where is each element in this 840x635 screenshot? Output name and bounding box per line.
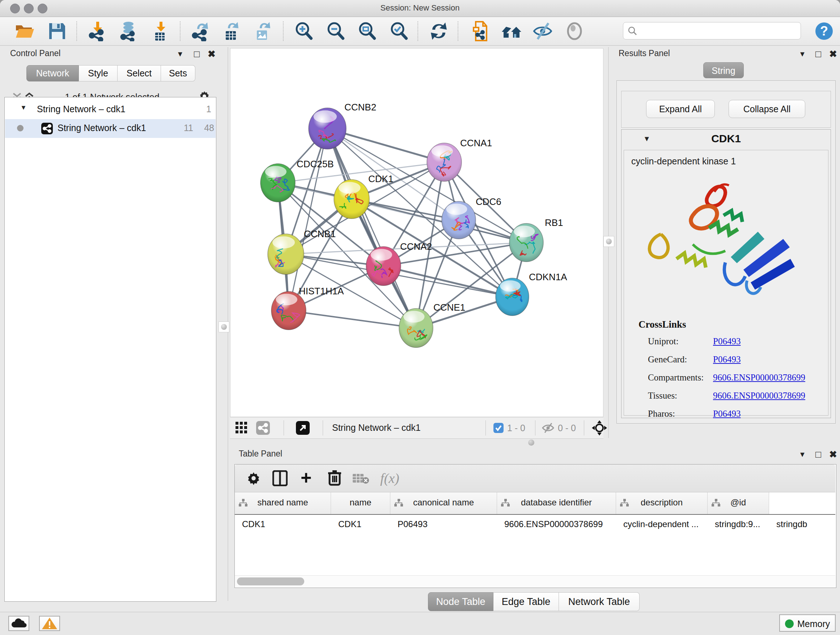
toolbar-separator [535, 420, 535, 435]
network-node-ccnb1[interactable]: CCNB1 [268, 228, 336, 274]
create-column-icon[interactable]: + [301, 470, 311, 486]
zoom-in-icon[interactable] [294, 21, 314, 41]
control-panel-menu-icon[interactable]: ▼ [177, 50, 184, 58]
bottom-splitter-handle[interactable] [528, 440, 534, 446]
share-network-icon[interactable] [470, 21, 490, 41]
gene-name: CDK1 [622, 133, 831, 145]
tab-edge-table[interactable]: Edge Table [493, 592, 559, 611]
cloud-button[interactable] [8, 616, 29, 631]
network-node-rb1[interactable]: RB1 [509, 217, 563, 262]
column-header-database-identifier[interactable]: database identifier [497, 492, 616, 514]
network-edge[interactable] [289, 128, 327, 310]
network-edge[interactable] [327, 128, 416, 328]
network-node-ccna1[interactable]: CCNA1 [427, 138, 492, 181]
tab-network-table[interactable]: Network Table [559, 592, 639, 611]
import-network-from-database-icon[interactable] [118, 21, 139, 41]
export-image-icon[interactable] [253, 21, 273, 41]
zoom-out-icon[interactable] [325, 21, 346, 41]
results-panel-menu-icon[interactable]: ▼ [799, 50, 806, 58]
delete-column-icon[interactable] [327, 470, 342, 486]
network-node-cdkn1a[interactable]: CDKN1A [496, 272, 567, 316]
show-all-icon[interactable] [564, 21, 584, 41]
apply-preferred-layout-icon[interactable] [429, 21, 449, 41]
toolbar-separator [76, 21, 77, 41]
crosslink-row: Compartments:9606.ENSP00000378699 [648, 370, 821, 388]
toolbar-separator [180, 21, 180, 41]
network-view-mode-icon[interactable] [256, 421, 270, 435]
results-panel-close-icon[interactable]: ✖ [829, 49, 837, 60]
import-table-from-file-icon[interactable] [151, 21, 171, 41]
tab-node-table[interactable]: Node Table [428, 592, 493, 611]
string-home-icon[interactable] [501, 21, 521, 41]
tab-network[interactable]: Network [27, 65, 79, 81]
open-session-icon[interactable] [14, 21, 35, 41]
crosslink-value-link[interactable]: P06493 [713, 409, 741, 419]
network-node-hist1h1a[interactable]: HIST1H1A [271, 286, 344, 330]
crosslink-value-link[interactable]: 9606.ENSP00000378699 [713, 391, 805, 401]
import-network-from-file-icon[interactable] [88, 21, 108, 41]
memory-button[interactable]: Memory [779, 614, 836, 632]
network-node-cdc6[interactable]: CDC6 [442, 196, 501, 239]
warnings-button[interactable] [39, 616, 60, 631]
table-panel-menu-icon[interactable]: ▼ [799, 450, 806, 459]
control-panel-float-icon[interactable]: □ [194, 49, 200, 60]
column-header--id[interactable]: @id [707, 492, 769, 514]
selected-checkbox-icon[interactable] [493, 423, 504, 433]
network-status-dot-icon [17, 125, 24, 131]
table-panel-float-icon[interactable]: □ [815, 449, 821, 460]
network-edge[interactable] [384, 266, 512, 297]
tab-sets[interactable]: Sets [161, 65, 195, 81]
network-node-ccne1[interactable]: CCNE1 [399, 302, 465, 348]
node-label: CDC6 [476, 196, 501, 207]
column-header-shared-name[interactable]: shared name [235, 492, 331, 514]
tab-string[interactable]: String [703, 62, 744, 78]
birds-eye-view-icon[interactable] [592, 420, 607, 435]
table-panel-title: Table Panel [239, 449, 282, 459]
table-panel-close-icon[interactable]: ✖ [829, 449, 837, 460]
collapse-all-button[interactable]: Collapse All [729, 100, 805, 118]
zoom-selected-icon[interactable] [389, 21, 409, 41]
table-settings-gear-icon[interactable] [246, 471, 261, 486]
grid-view-icon[interactable] [235, 422, 248, 434]
export-network-to-file-icon[interactable] [191, 21, 211, 41]
column-header-label: database identifier [497, 497, 616, 508]
hidden-node-edge-counts: 0 - 0 [558, 423, 576, 433]
expand-all-button[interactable]: Expand All [646, 100, 715, 118]
zoom-fit-content-icon[interactable] [357, 21, 377, 41]
export-table-to-file-icon[interactable] [221, 21, 242, 41]
help-icon[interactable]: ? [814, 21, 834, 41]
network-row-selected[interactable]: String Network – cdk1 11 48 [5, 119, 216, 138]
detach-view-icon[interactable] [296, 421, 309, 435]
scrollbar-thumb[interactable] [237, 578, 304, 585]
network-node-cdk1[interactable]: CDK1 [334, 173, 393, 219]
search-input[interactable] [639, 24, 796, 37]
table-toolbar: + f(x) [235, 464, 835, 492]
table-horizontal-scrollbar[interactable] [235, 575, 835, 587]
collapse-arrow-icon[interactable]: ▼ [20, 104, 27, 111]
column-header-description[interactable]: description [616, 492, 707, 514]
tab-style[interactable]: Style [79, 65, 118, 81]
crosslink-value-link[interactable]: P06493 [713, 336, 741, 347]
hide-selected-icon[interactable] [532, 21, 553, 41]
table-row[interactable]: CDK1CDK1P064939606.ENSP00000378699cyclin… [235, 515, 835, 535]
network-edge[interactable] [289, 310, 416, 328]
network-collection-row[interactable]: ▼ String Network – cdk1 1 [5, 100, 216, 119]
show-columns-icon[interactable] [272, 470, 287, 486]
results-panel-float-icon[interactable]: □ [815, 49, 821, 60]
left-splitter-handle[interactable] [218, 321, 229, 333]
crosslink-row: Tissues:9606.ENSP00000378699 [648, 388, 821, 406]
column-header-canonical-name[interactable]: canonical name [390, 492, 497, 514]
tab-select[interactable]: Select [118, 65, 161, 81]
network-graph: CCNB2CCNA1CDC25BCDK1CDC6RB1CCNB1CCNA2CDK… [231, 49, 603, 417]
network-canvas[interactable]: CCNB2CCNA1CDC25BCDK1CDC6RB1CCNB1CCNA2CDK… [230, 48, 603, 417]
right-splitter-handle[interactable] [603, 236, 614, 247]
control-panel-close-icon[interactable]: ✖ [208, 49, 216, 60]
save-session-icon[interactable] [47, 21, 67, 41]
node-label: HIST1H1A [299, 286, 344, 296]
crosslink-value-link[interactable]: 9606.ENSP00000378699 [713, 372, 805, 383]
column-header-name[interactable]: name [331, 492, 390, 514]
crosslink-value-link[interactable]: P06493 [713, 355, 741, 364]
memory-status-icon [785, 619, 794, 628]
network-icon [41, 123, 53, 134]
toolbar-separator [284, 420, 284, 435]
